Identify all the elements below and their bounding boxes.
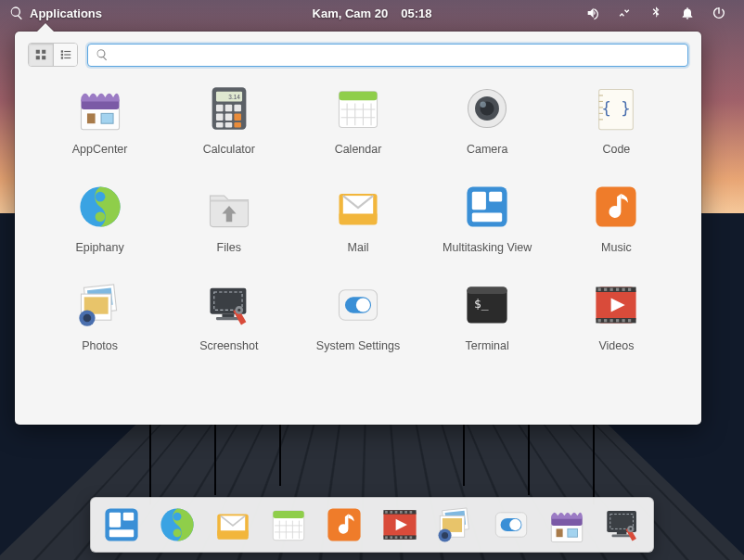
appcenter-icon [73,82,127,135]
app-calendar[interactable]: Calendar [293,82,422,156]
terminal-icon [460,278,514,332]
network-indicator[interactable] [614,6,635,20]
applications-popover: AppCenter Calculator Calendar Camera Cod… [15,32,701,425]
grid-icon [34,48,47,61]
dock-music[interactable] [323,503,366,546]
calculator-icon [202,82,256,135]
app-multitasking[interactable]: Multitasking View [423,180,552,254]
app-epiphany[interactable]: Epiphany [35,180,164,254]
dock-appcenter[interactable] [545,503,588,546]
network-icon [617,6,632,20]
applications-menu-button[interactable]: Applications [9,6,102,20]
app-mail[interactable]: Mail [293,180,422,254]
calendar-icon [331,82,385,135]
app-files[interactable]: Files [164,180,293,254]
time-label: 05:18 [401,6,431,20]
applications-label: Applications [30,6,102,20]
app-settings[interactable]: System Settings [293,278,422,352]
screenshot-icon [202,278,256,332]
app-label: Calculator [203,143,255,156]
search-input[interactable] [114,48,680,62]
svg-rect-80 [36,56,40,59]
svg-rect-83 [64,51,71,52]
dock-screenshot[interactable] [601,503,644,546]
grid-view-button[interactable] [29,44,53,66]
app-label: Mail [348,241,369,254]
session-indicator[interactable] [709,6,729,20]
svg-rect-79 [42,50,45,54]
svg-rect-82 [60,50,62,52]
app-label: Calendar [335,143,382,156]
view-toggle [28,43,78,67]
search-field[interactable] [87,44,688,67]
dock-multitasking[interactable] [100,503,143,546]
multitasking-icon [460,180,514,234]
app-music[interactable]: Music [552,180,681,254]
list-view-button[interactable] [53,44,77,66]
app-label: Camera [467,143,507,156]
notifications-indicator[interactable] [677,6,698,20]
app-label: Code [602,143,630,156]
app-grid: AppCenter Calculator Calendar Camera Cod… [15,74,701,363]
app-camera[interactable]: Camera [423,82,552,156]
list-icon [59,48,72,61]
music-icon [589,180,643,234]
dock-photos[interactable] [434,503,477,546]
epiphany-icon [73,180,127,234]
bell-icon [680,6,695,20]
search-icon [96,48,109,61]
dock-epiphany[interactable] [156,503,199,546]
app-screenshot[interactable]: Screenshot [164,278,293,352]
app-label: Epiphany [76,241,124,254]
app-label: Videos [598,339,634,352]
dock [90,497,654,553]
svg-rect-78 [36,50,40,54]
svg-rect-87 [64,57,71,58]
app-videos[interactable]: Videos [552,278,681,352]
svg-rect-85 [64,54,71,55]
svg-rect-84 [60,54,62,56]
svg-rect-81 [42,56,45,59]
mail-icon [331,180,385,234]
app-appcenter[interactable]: AppCenter [35,82,164,156]
dock-mail[interactable] [212,503,254,546]
top-panel: Applications Kam, Cam 20 05:18 [0,0,744,26]
app-code[interactable]: Code [552,82,681,156]
app-label: Photos [82,339,118,352]
dock-videos[interactable] [378,503,421,546]
app-label: Multitasking View [443,241,532,254]
camera-icon [460,82,514,135]
power-icon [712,6,726,20]
files-icon [202,180,256,234]
app-calculator[interactable]: Calculator [164,82,293,156]
date-label: Kam, Cam 20 [313,6,389,20]
app-label: Music [601,241,632,254]
clock[interactable]: Kam, Cam 20 05:18 [313,6,432,20]
svg-rect-86 [60,57,62,58]
bluetooth-indicator[interactable] [646,6,666,20]
sound-indicator[interactable] [583,6,603,20]
code-icon [589,82,643,135]
app-label: Files [217,241,241,254]
photos-icon [73,278,127,332]
search-icon [9,6,24,20]
app-label: AppCenter [72,143,128,156]
dock-settings[interactable] [490,503,532,546]
app-label: Screenshot [199,339,258,352]
dock-calendar[interactable] [267,503,310,546]
settings-icon [331,278,385,332]
app-photos[interactable]: Photos [35,278,164,352]
app-label: Terminal [466,339,509,352]
app-label: System Settings [316,339,400,352]
bluetooth-icon [648,6,663,20]
videos-icon [589,278,643,332]
volume-icon [585,6,600,20]
app-terminal[interactable]: Terminal [423,278,552,352]
